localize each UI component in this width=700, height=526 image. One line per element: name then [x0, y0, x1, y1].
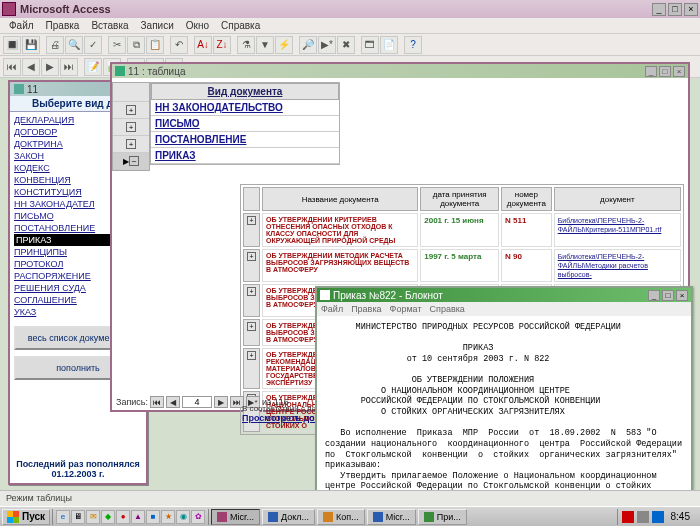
taskbar-task[interactable]: Докл...	[262, 509, 315, 525]
tbl-min-button[interactable]: _	[645, 66, 657, 77]
vid-row[interactable]: НН ЗАКОНОДАТЕЛЬСТВО	[151, 100, 339, 116]
ql-app2-icon[interactable]: ●	[116, 510, 130, 524]
col-date[interactable]: дата принятия документа	[420, 187, 499, 211]
expand-icon[interactable]: +	[247, 216, 256, 225]
first-icon[interactable]: ⏮	[3, 58, 21, 76]
np-menu-format[interactable]: Формат	[390, 304, 422, 314]
col-name[interactable]: Название документа	[262, 187, 418, 211]
np-menu-edit[interactable]: Правка	[351, 304, 381, 314]
np-max-button[interactable]: □	[662, 290, 674, 301]
notepad-titlebar[interactable]: Приказ №822 - Блокнот _ □ ×	[317, 288, 691, 302]
minimize-button[interactable]: _	[652, 3, 666, 16]
cell-date: 2001 г. 15 июня	[420, 213, 499, 247]
last-icon[interactable]: ⏭	[60, 58, 78, 76]
paste-icon[interactable]: 📋	[146, 36, 164, 54]
ql-outlook-icon[interactable]: ✉	[86, 510, 100, 524]
ql-app1-icon[interactable]: ◆	[101, 510, 115, 524]
find-icon[interactable]: 🔎	[299, 36, 317, 54]
spell-icon[interactable]: ✓	[84, 36, 102, 54]
nav-prev-icon[interactable]: ◀	[166, 396, 180, 408]
menu-edit[interactable]: Правка	[41, 19, 85, 32]
recnav-input[interactable]	[182, 396, 212, 408]
ql-app7-icon[interactable]: ✿	[191, 510, 205, 524]
taskbar: Пуск e 🖥 ✉ ◆ ● ▲ ■ ★ ◉ ✿ Micr...Докл...К…	[0, 506, 700, 526]
save-icon[interactable]: 💾	[22, 36, 40, 54]
prev-icon[interactable]: ◀	[22, 58, 40, 76]
tbl-max-button[interactable]: □	[659, 66, 671, 77]
vid-row[interactable]: ПИСЬМО	[151, 116, 339, 132]
expand-icon[interactable]: +	[247, 287, 256, 296]
close-button[interactable]: ×	[684, 3, 698, 16]
vid-row-selected[interactable]: ПРИКАЗ	[151, 148, 339, 164]
expand-icon[interactable]: +	[126, 139, 136, 149]
view-icon[interactable]: 🔳	[3, 36, 21, 54]
tray-volume-icon[interactable]	[637, 511, 649, 523]
tray-icon[interactable]	[622, 511, 634, 523]
ql-app6-icon[interactable]: ◉	[176, 510, 190, 524]
sort-asc-icon[interactable]: A↓	[194, 36, 212, 54]
del-rec-icon[interactable]: ✖	[337, 36, 355, 54]
next-icon[interactable]: ▶	[41, 58, 59, 76]
col-doc[interactable]: документ	[554, 187, 681, 211]
taskbar-task[interactable]: Micr...	[211, 509, 260, 525]
taskbar-task[interactable]: Коп...	[317, 509, 365, 525]
ql-ie-icon[interactable]: e	[56, 510, 70, 524]
table-title-text: 11 : таблица	[128, 66, 185, 77]
menu-records[interactable]: Записи	[136, 19, 179, 32]
collapse-icon[interactable]: −	[129, 156, 139, 166]
filter-toggle-icon[interactable]: ⚡	[275, 36, 293, 54]
menu-window[interactable]: Окно	[181, 19, 214, 32]
sort-desc-icon[interactable]: Z↓	[213, 36, 231, 54]
menu-file[interactable]: Файл	[4, 19, 39, 32]
tray-lang-icon[interactable]	[652, 511, 664, 523]
filter-form-icon[interactable]: ▼	[256, 36, 274, 54]
print-icon[interactable]: 🖨	[46, 36, 64, 54]
taskbar-clock[interactable]: 8:45	[667, 511, 694, 522]
table-row[interactable]: +ОБ УТВЕРЖДЕНИИ МЕТОДИК РАСЧЕТА ВЫБРОСОВ…	[243, 249, 681, 282]
app-titlebar: Microsoft Access _ □ ×	[0, 0, 700, 18]
cell-num: N 511	[501, 213, 552, 247]
notepad-body[interactable]: МИНИСТЕРСТВО ПРИРОДНЫХ РЕСУРСОВ РОССИЙСК…	[317, 316, 691, 496]
doc-link[interactable]: Библиотека\ПЕРЕЧЕНЬ-2-ФАЙЛЫ\Критерии-511…	[558, 217, 662, 233]
cut-icon[interactable]: ✂	[108, 36, 126, 54]
preview-icon[interactable]: 🔍	[65, 36, 83, 54]
ql-app3-icon[interactable]: ▲	[131, 510, 145, 524]
help-icon[interactable]: ?	[404, 36, 422, 54]
nav-next-icon[interactable]: ▶	[214, 396, 228, 408]
ql-app5-icon[interactable]: ★	[161, 510, 175, 524]
np-min-button[interactable]: _	[648, 290, 660, 301]
expand-icon[interactable]: +	[247, 252, 256, 261]
newobj-icon[interactable]: 📄	[380, 36, 398, 54]
expand-icon[interactable]: +	[247, 351, 256, 360]
notepad-title-text: Приказ №822 - Блокнот	[333, 290, 443, 301]
np-close-button[interactable]: ×	[676, 290, 688, 301]
copy-icon[interactable]: ⧉	[127, 36, 145, 54]
table-titlebar[interactable]: 11 : таблица _ □ ×	[112, 64, 688, 78]
np-menu-help[interactable]: Справка	[430, 304, 465, 314]
filter-sel-icon[interactable]: ⚗	[237, 36, 255, 54]
doc-link[interactable]: Библиотека\ПЕРЕЧЕНЬ-2-ФАЙЛЫ\Методики рас…	[558, 253, 648, 278]
maximize-button[interactable]: □	[668, 3, 682, 16]
vid-header: Вид документа	[151, 83, 339, 100]
ql-desktop-icon[interactable]: 🖥	[71, 510, 85, 524]
form-icon[interactable]: 📝	[84, 58, 102, 76]
expand-icon[interactable]: +	[126, 105, 136, 115]
undo-icon[interactable]: ↶	[170, 36, 188, 54]
col-num[interactable]: номер документа	[501, 187, 552, 211]
expand-icon[interactable]: +	[126, 122, 136, 132]
np-menu-file[interactable]: Файл	[321, 304, 343, 314]
menu-help[interactable]: Справка	[216, 19, 265, 32]
dbwin-icon[interactable]: 🗔	[361, 36, 379, 54]
menu-insert[interactable]: Вставка	[86, 19, 133, 32]
taskbar-task[interactable]: Micr...	[367, 509, 416, 525]
new-rec-icon[interactable]: ▶*	[318, 36, 336, 54]
vid-row[interactable]: ПОСТАНОВЛЕНИЕ	[151, 132, 339, 148]
start-button[interactable]: Пуск	[2, 509, 50, 525]
expand-icon[interactable]: +	[247, 322, 256, 331]
datasheet-icon	[115, 66, 125, 76]
table-row[interactable]: +ОБ УТВЕРЖДЕНИИ КРИТЕРИЕВ ОТНЕСЕНИЯ ОПАС…	[243, 213, 681, 247]
taskbar-task[interactable]: При...	[418, 509, 467, 525]
tbl-close-button[interactable]: ×	[673, 66, 685, 77]
nav-first-icon[interactable]: ⏮	[150, 396, 164, 408]
ql-app4-icon[interactable]: ■	[146, 510, 160, 524]
